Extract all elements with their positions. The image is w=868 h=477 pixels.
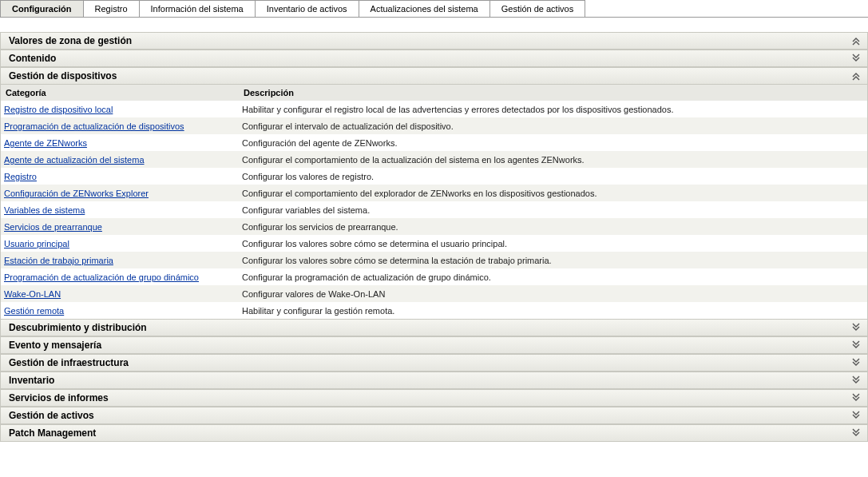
section-title: Servicios de informes bbox=[9, 392, 109, 403]
setting-link[interactable]: Agente de actualización del sistema bbox=[4, 155, 145, 165]
tab-0[interactable]: Configuración bbox=[0, 0, 84, 17]
setting-category-cell: Programación de actualización de disposi… bbox=[1, 117, 239, 134]
section-title: Gestión de infraestructura bbox=[9, 357, 129, 368]
section-header-collapsed-6[interactable]: Patch Management bbox=[0, 424, 868, 442]
collapse-icon[interactable] bbox=[850, 70, 862, 81]
table-row: Gestión remotaHabilitar y configurar la … bbox=[1, 302, 867, 319]
table-row: Estación de trabajo primariaConfigurar l… bbox=[1, 252, 867, 268]
setting-link[interactable]: Configuración de ZENworks Explorer bbox=[4, 189, 149, 198]
expand-icon[interactable] bbox=[850, 340, 862, 351]
setting-category-cell: Estación de trabajo primaria bbox=[1, 252, 239, 268]
setting-link[interactable]: Agente de ZENworks bbox=[4, 138, 87, 148]
table-row: Configuración de ZENworks ExplorerConfig… bbox=[1, 185, 867, 201]
setting-link[interactable]: Programación de actualización de disposi… bbox=[4, 121, 184, 131]
setting-link[interactable]: Estación de trabajo primaria bbox=[4, 256, 113, 265]
section-title: Evento y mensajería bbox=[9, 340, 101, 351]
setting-link[interactable]: Usuario principal bbox=[4, 239, 69, 248]
table-row: Usuario principalConfigurar los valores … bbox=[1, 235, 867, 252]
setting-category-cell: Programación de actualización de grupo d… bbox=[1, 268, 239, 285]
setting-category-cell: Agente de ZENworks bbox=[1, 134, 239, 151]
setting-description: Habilitar y configurar la gestión remota… bbox=[239, 302, 867, 319]
setting-link[interactable]: Registro de dispositivo local bbox=[4, 105, 113, 114]
setting-category-cell: Registro de dispositivo local bbox=[1, 101, 239, 117]
setting-description: Configurar los valores sobre cómo se det… bbox=[239, 235, 867, 252]
section-header-contenido[interactable]: Contenido bbox=[0, 50, 868, 67]
setting-description: Configurar los valores de registro. bbox=[239, 168, 867, 185]
setting-link[interactable]: Variables de sistema bbox=[4, 205, 85, 215]
setting-category-cell: Usuario principal bbox=[1, 235, 239, 252]
setting-category-cell: Registro bbox=[1, 168, 239, 185]
setting-link[interactable]: Programación de actualización de grupo d… bbox=[4, 272, 199, 282]
section-header-device-mgmt[interactable]: Gestión de dispositivos bbox=[0, 67, 868, 85]
setting-category-cell: Wake-On-LAN bbox=[1, 285, 239, 302]
setting-link[interactable]: Registro bbox=[4, 172, 37, 181]
setting-category-cell: Variables de sistema bbox=[1, 201, 239, 218]
tab-5[interactable]: Gestión de activos bbox=[489, 0, 586, 17]
section-header-collapsed-5[interactable]: Gestión de activos bbox=[0, 407, 868, 424]
setting-description: Configuración del agente de ZENworks. bbox=[239, 134, 867, 151]
tab-4[interactable]: Actualizaciones del sistema bbox=[359, 0, 490, 17]
table-row: Agente de actualización del sistemaConfi… bbox=[1, 151, 867, 168]
expand-icon[interactable] bbox=[850, 375, 862, 386]
section-title: Inventario bbox=[9, 375, 54, 386]
table-row: Variables de sistemaConfigurar variables… bbox=[1, 201, 867, 218]
setting-description: Configurar el comportamiento de la actua… bbox=[239, 151, 867, 168]
section-title: Contenido bbox=[9, 53, 56, 64]
table-row: Servicios de prearranqueConfigurar los s… bbox=[1, 218, 867, 235]
setting-category-cell: Agente de actualización del sistema bbox=[1, 151, 239, 168]
section-title: Gestión de dispositivos bbox=[9, 70, 117, 81]
section-header-collapsed-0[interactable]: Descubrimiento y distribución bbox=[0, 319, 868, 336]
table-row: Agente de ZENworksConfiguración del agen… bbox=[1, 134, 867, 151]
expand-icon[interactable] bbox=[850, 427, 862, 439]
expand-icon[interactable] bbox=[850, 322, 862, 333]
table-row: Programación de actualización de disposi… bbox=[1, 117, 867, 134]
setting-description: Configurar valores de Wake-On-LAN bbox=[239, 285, 867, 302]
section-header-collapsed-3[interactable]: Inventario bbox=[0, 372, 868, 389]
table-row: Wake-On-LANConfigurar valores de Wake-On… bbox=[1, 285, 867, 302]
column-headers: Categoría Descripción bbox=[0, 85, 868, 101]
setting-category-cell: Gestión remota bbox=[1, 302, 239, 319]
setting-description: Configurar variables del sistema. bbox=[239, 201, 867, 218]
setting-link[interactable]: Wake-On-LAN bbox=[4, 289, 61, 299]
tab-2[interactable]: Información del sistema bbox=[139, 0, 256, 17]
setting-link[interactable]: Servicios de prearranque bbox=[4, 222, 102, 232]
setting-description: Configurar la programación de actualizac… bbox=[239, 268, 867, 285]
setting-category-cell: Configuración de ZENworks Explorer bbox=[1, 185, 239, 201]
expand-icon[interactable] bbox=[850, 357, 862, 368]
tab-3[interactable]: Inventario de activos bbox=[255, 0, 359, 17]
setting-description: Configurar los valores sobre cómo se det… bbox=[239, 252, 867, 268]
section-title: Descubrimiento y distribución bbox=[9, 322, 147, 333]
table-row: Programación de actualización de grupo d… bbox=[1, 268, 867, 285]
setting-description: Configurar el comportamiento del explora… bbox=[239, 185, 867, 201]
col-header-category: Categoría bbox=[1, 85, 239, 101]
setting-link[interactable]: Gestión remota bbox=[4, 306, 64, 316]
tab-1[interactable]: Registro bbox=[83, 0, 140, 17]
table-row: RegistroConfigurar los valores de regist… bbox=[1, 168, 867, 185]
section-title: Gestión de activos bbox=[9, 410, 94, 421]
col-header-description: Descripción bbox=[239, 85, 867, 101]
table-row: Registro de dispositivo localHabilitar y… bbox=[1, 101, 867, 117]
section-header-collapsed-1[interactable]: Evento y mensajería bbox=[0, 336, 868, 354]
expand-icon[interactable] bbox=[850, 53, 862, 64]
expand-icon[interactable] bbox=[850, 392, 862, 403]
section-header-collapsed-2[interactable]: Gestión de infraestructura bbox=[0, 354, 868, 372]
setting-description: Configurar el intervalo de actualización… bbox=[239, 117, 867, 134]
section-header-collapsed-4[interactable]: Servicios de informes bbox=[0, 389, 868, 407]
setting-description: Habilitar y configurar el registro local… bbox=[239, 101, 867, 117]
collapse-icon[interactable] bbox=[850, 35, 862, 46]
expand-icon[interactable] bbox=[850, 410, 862, 421]
panel-header-zone-settings[interactable]: Valores de zona de gestión bbox=[0, 32, 868, 50]
setting-description: Configurar los servicios de prearranque. bbox=[239, 218, 867, 235]
panel-title: Valores de zona de gestión bbox=[9, 35, 132, 46]
content-area: Valores de zona de gestión Contenido Ges… bbox=[0, 32, 868, 442]
section-title: Patch Management bbox=[9, 427, 96, 439]
tab-bar: ConfiguraciónRegistroInformación del sis… bbox=[0, 0, 868, 18]
setting-category-cell: Servicios de prearranque bbox=[1, 218, 239, 235]
settings-rows: Registro de dispositivo localHabilitar y… bbox=[0, 101, 868, 319]
